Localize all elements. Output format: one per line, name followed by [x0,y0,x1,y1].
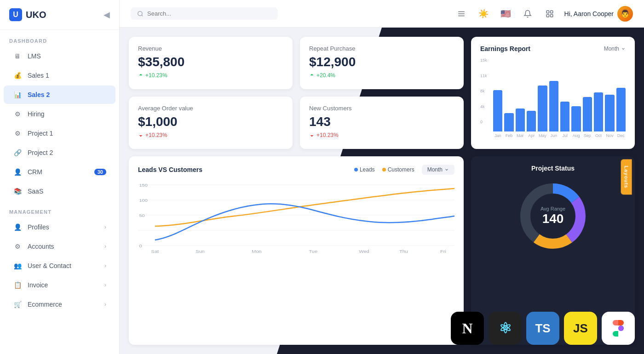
sidebar-item-user-contact[interactable]: 👥 User & Contact › [4,257,115,275]
bar [527,111,536,131]
sidebar-item-saas[interactable]: 📚 SaaS [4,182,115,200]
x-label: Aug [571,133,581,138]
repeat-purchase-value: $12,900 [309,55,454,69]
sidebar-item-label: Profiles [28,223,49,231]
svg-line-1 [142,15,143,16]
bar [504,113,513,131]
y-label: 11k [480,74,487,78]
bar-chart-area: 15k 11k 8k 4k 0 [480,58,626,131]
sidebar-item-label: User & Contact [28,262,71,269]
sidebar-logo: U UKO ◀ [0,0,119,30]
search-bar[interactable] [131,7,278,20]
crm-icon: 👤 [13,167,22,177]
tech-logos-row: N ⚛ TS JS [451,312,635,345]
x-label: Jun [549,133,558,138]
sidebar-item-label: Project 2 [28,149,53,156]
donut-center: Avg Range 140 [540,206,565,226]
revenue-change: +10.23% [138,72,283,79]
sidebar-item-sales1[interactable]: 💰 Sales 1 [4,66,115,85]
donut-chart: Avg Range 140 [516,179,590,253]
leads-chart-area: 150 100 50 0 Sat Sun Mon Tue Wed [138,180,454,256]
theme-icon[interactable]: ☀️ [476,6,491,21]
sidebar-item-hiring[interactable]: ⚙ Hiring [4,105,115,123]
notifications-icon[interactable] [520,6,535,21]
svg-text:Fri: Fri [440,249,446,254]
main-area: ☀️ 🇺🇸 Hi, Aaron Cooper 👨 [120,0,644,354]
user-avatar: 👨 [617,6,633,22]
lms-icon: 🖥 [13,51,22,61]
sidebar: U UKO ◀ DASHBOARD 🖥 LMS 💰 Sales 1 📊 Sale… [0,0,120,354]
sidebar-item-lms[interactable]: 🖥 LMS [4,47,115,65]
flag-icon[interactable]: 🇺🇸 [498,6,513,21]
chart-legend: Leads Customers [354,166,414,173]
chevron-right-icon: › [104,282,106,288]
react-logo[interactable]: ⚛ [489,312,522,345]
menu-icon[interactable] [454,6,469,21]
bar-col [493,90,502,131]
svg-text:Thu: Thu [399,249,408,254]
bar-col [504,113,513,131]
bar [594,92,603,131]
x-label: Sep [583,133,592,138]
ecommerce-icon: 🛒 [13,300,22,309]
y-label: 8k [480,89,487,93]
earnings-title: Earnings Report [480,45,530,52]
sidebar-item-sales2[interactable]: 📊 Sales 2 [4,86,115,104]
user-info[interactable]: Hi, Aaron Cooper 👨 [564,6,633,22]
month-selector[interactable]: Month [604,46,626,52]
bar [549,81,558,131]
saas-icon: 📚 [13,187,22,196]
bar [571,106,581,131]
earnings-card: Earnings Report Month 15k 11k 8k 4k 0 [471,37,635,149]
user-greeting: Hi, Aaron Cooper [564,10,614,17]
sidebar-item-label: Sales 1 [28,72,49,79]
sidebar-item-label: Accounts [28,243,54,250]
nextjs-logo[interactable]: N [451,312,484,345]
sidebar-item-accounts[interactable]: ⚙ Accounts › [4,237,115,256]
x-label: Dec [616,133,626,138]
leads-controls: Leads Customers Month [354,165,454,175]
crm-badge: 30 [94,169,106,175]
search-icon [137,11,144,17]
leads-header: Leads VS Customers Leads Customers Month [138,165,454,175]
leads-period-label: Month [427,166,443,173]
x-label: May [538,133,547,138]
x-label: Apr [527,133,536,138]
leads-legend: Leads [354,166,375,173]
figma-logo[interactable] [602,312,635,345]
new-customers-card: New Customers 143 +10.23% [300,97,464,149]
sidebar-item-crm[interactable]: 👤 CRM 30 [4,163,115,181]
header-actions: ☀️ 🇺🇸 Hi, Aaron Cooper 👨 [454,6,633,22]
typescript-logo[interactable]: TS [526,312,559,345]
sidebar-collapse-button[interactable]: ◀ [104,10,110,20]
app-logo: U UKO [9,8,46,21]
avg-range-value: 140 [540,211,565,226]
month-label: Month [604,46,619,52]
repeat-change-value: +20.4% [316,72,335,79]
search-input[interactable] [147,10,239,17]
svg-rect-5 [546,11,549,13]
leads-month-button[interactable]: Month [422,165,454,175]
bar [616,88,626,131]
revenue-card: Revenue $35,800 +10.23% [129,37,293,89]
javascript-logo[interactable]: JS [564,312,597,345]
chevron-right-icon: › [104,243,106,250]
svg-text:Tue: Tue [309,249,318,254]
sidebar-item-project1[interactable]: ⚙ Project 1 [4,124,115,143]
sidebar-item-ecommerce[interactable]: 🛒 Ecommerce › [4,295,115,314]
sales2-icon: 📊 [13,90,22,99]
bar-y-labels: 15k 11k 8k 4k 0 [480,58,487,124]
header: ☀️ 🇺🇸 Hi, Aaron Cooper 👨 [120,0,644,28]
bar [516,108,525,131]
svg-text:Sun: Sun [196,249,205,254]
layouts-tab[interactable]: Layouts [621,159,632,194]
sidebar-item-invoice[interactable]: 📋 Invoice › [4,276,115,294]
sidebar-item-project2[interactable]: 🔗 Project 2 [4,143,115,162]
bar [538,86,547,131]
repeat-purchase-card: Repeat Purchase $12,900 +20.4% [300,37,464,89]
apps-icon[interactable] [542,6,557,21]
new-customers-change: +10.23% [309,132,454,138]
arrow-up-icon [138,73,144,78]
sidebar-item-profiles[interactable]: 👤 Profiles › [4,218,115,236]
user-contact-icon: 👥 [13,261,22,270]
